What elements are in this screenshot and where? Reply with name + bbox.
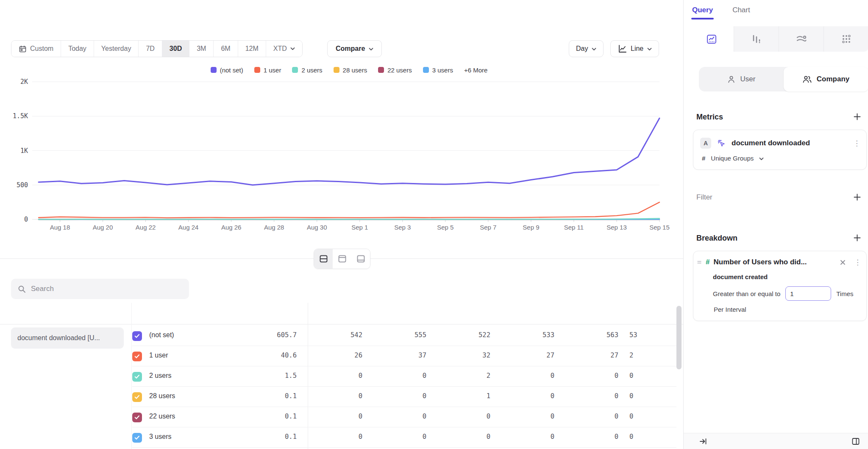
row-checkbox[interactable]	[132, 372, 142, 382]
metric-measure-label: Unique Groups	[711, 155, 754, 162]
legend-item[interactable]: 1 user	[254, 67, 281, 74]
range-6m[interactable]: 6M	[214, 41, 238, 57]
collapse-panel-icon[interactable]	[699, 437, 707, 446]
row-label: 28 users	[149, 392, 175, 400]
compare-button[interactable]: Compare	[327, 40, 382, 57]
row-value: 27	[500, 352, 554, 359]
range-3m[interactable]: 3M	[189, 41, 214, 57]
scope-user-label: User	[740, 75, 756, 83]
analysis-main: CustomTodayYesterday7D30D3M6M12MXTD Comp…	[0, 0, 683, 449]
legend-item[interactable]: 3 users	[423, 67, 453, 74]
chart-type-dropdown[interactable]: Line	[610, 40, 659, 57]
top-panel-view-icon	[338, 255, 347, 263]
svg-text:0: 0	[24, 216, 28, 223]
metric-kebab-icon[interactable]: ⋮	[853, 140, 860, 147]
breakdown-condition-label: Greater than or equal to	[713, 290, 780, 297]
row-value: 0	[564, 392, 618, 400]
split-panel-icon[interactable]	[851, 437, 860, 446]
row-label: 3 users	[149, 433, 171, 441]
legend-item[interactable]: 28 users	[334, 67, 367, 74]
svg-text:Aug 18: Aug 18	[50, 224, 70, 231]
row-value: 0	[628, 392, 692, 400]
row-checkbox[interactable]	[132, 413, 142, 422]
legend-swatch	[254, 67, 260, 73]
svg-text:1K: 1K	[20, 147, 28, 155]
table-row: 2 users1.5002000	[0, 366, 683, 387]
add-filter-button[interactable]	[851, 191, 862, 202]
tab-query[interactable]: Query	[692, 6, 713, 19]
row-checkbox[interactable]	[132, 433, 142, 443]
range-today[interactable]: Today	[61, 41, 94, 57]
range-12m[interactable]: 12M	[238, 41, 266, 57]
breakdown-kebab-icon[interactable]: ⋮	[854, 259, 861, 266]
row-value: 0	[628, 372, 692, 380]
legend-swatch	[334, 67, 339, 73]
svg-text:Aug 22: Aug 22	[136, 224, 156, 231]
interval-label: Day	[576, 45, 588, 53]
range-30d[interactable]: 30D	[162, 41, 189, 57]
row-checkbox[interactable]	[132, 352, 142, 361]
legend-swatch	[211, 67, 217, 73]
add-metric-button[interactable]	[851, 111, 862, 122]
chart-type-tab-bar-chart[interactable]	[734, 26, 779, 52]
row-value: 0	[308, 413, 362, 420]
svg-text:Aug 30: Aug 30	[307, 224, 327, 231]
table-scrollbar[interactable]	[676, 306, 682, 369]
bottom-panel-view-icon	[356, 255, 365, 263]
table-row: 3 users0.1000000	[0, 427, 683, 448]
chevron-down-icon	[290, 47, 295, 50]
svg-text:Sep 5: Sep 5	[437, 224, 453, 231]
metric-card[interactable]: A document downloaded ⋮ # Unique Groups	[693, 130, 867, 170]
row-checkbox[interactable]	[132, 392, 142, 402]
top-panel-view-button[interactable]	[333, 249, 351, 269]
add-breakdown-button[interactable]	[851, 232, 862, 243]
split-view-button[interactable]	[314, 249, 333, 269]
svg-text:Aug 26: Aug 26	[221, 224, 242, 231]
breakdown-threshold-input[interactable]	[785, 286, 831, 301]
row-separator	[132, 447, 676, 448]
metric-event-name[interactable]: document downloaded	[732, 139, 848, 147]
breakdown-title[interactable]: Number of Users who did...	[713, 258, 836, 266]
legend-item[interactable]: 22 users	[378, 67, 412, 74]
close-icon[interactable]	[840, 259, 846, 266]
range-yesterday[interactable]: Yesterday	[94, 41, 139, 57]
scope-user[interactable]: User	[699, 67, 784, 91]
row-value: 0	[372, 413, 426, 420]
range-7d[interactable]: 7D	[139, 41, 162, 57]
number-property-icon: #	[706, 258, 709, 266]
row-label: (not set)	[149, 331, 174, 339]
tab-chart[interactable]: Chart	[732, 6, 750, 19]
table-row: 28 users0.1001000	[0, 387, 683, 407]
chart-type-tab-flow[interactable]	[779, 26, 824, 52]
row-value: 522	[436, 331, 490, 339]
metric-measure-dropdown[interactable]: # Unique Groups	[693, 149, 866, 169]
interval-dropdown[interactable]: Day	[569, 40, 604, 57]
drag-handle-icon[interactable]	[697, 260, 702, 265]
scope-company[interactable]: Company	[784, 67, 868, 91]
scope-company-label: Company	[817, 75, 849, 83]
row-value: 0	[372, 392, 426, 400]
chart-type-tab-line-chart[interactable]	[689, 26, 734, 52]
filter-section-title: Filter	[696, 193, 712, 202]
svg-text:500: 500	[17, 181, 28, 189]
row-value: 0	[436, 433, 490, 441]
row-value: 0	[308, 392, 362, 400]
bottom-panel-view-button[interactable]	[351, 249, 370, 269]
chart-type-tab-grid[interactable]	[824, 26, 868, 52]
row-value: 0	[628, 433, 692, 441]
chart-legend: (not set)1 user2 users28 users22 users3 …	[39, 64, 659, 75]
breakdown-card[interactable]: # Number of Users who did... ⋮ document …	[693, 251, 867, 321]
legend-item[interactable]: 2 users	[292, 67, 322, 74]
legend-more[interactable]: +6 More	[464, 67, 487, 74]
row-value: 1	[436, 392, 490, 400]
range-custom[interactable]: Custom	[11, 41, 61, 57]
row-value: 32	[436, 352, 490, 359]
row-value: 0	[500, 392, 554, 400]
row-value: 542	[308, 331, 362, 339]
row-value: 37	[372, 352, 426, 359]
range-xtd[interactable]: XTD	[266, 41, 302, 57]
search-input[interactable]	[31, 285, 175, 293]
table-row: 22 users0.1000000	[0, 407, 683, 427]
legend-item[interactable]: (not set)	[211, 67, 243, 74]
row-checkbox[interactable]	[132, 331, 142, 341]
